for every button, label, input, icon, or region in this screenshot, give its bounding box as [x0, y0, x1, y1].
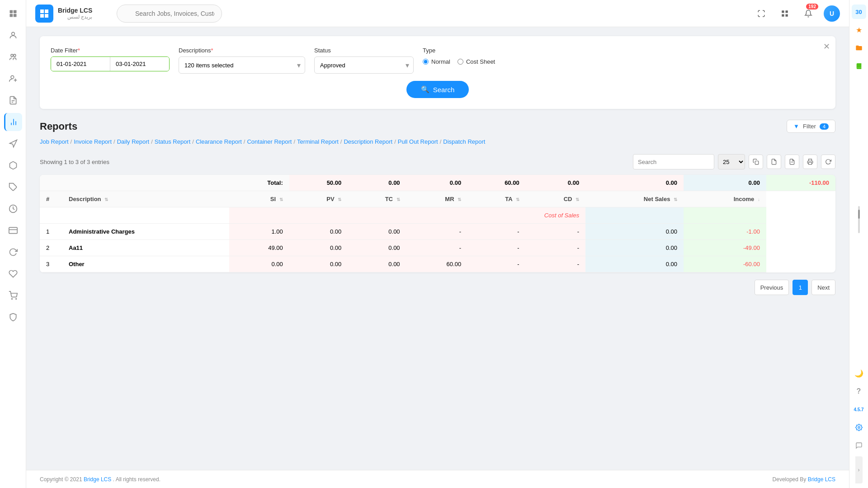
svg-marker-15 — [9, 140, 17, 147]
sidebar-item-users[interactable] — [4, 26, 22, 44]
sidebar-item-add-user[interactable] — [4, 70, 22, 88]
refresh-table-button[interactable] — [821, 155, 835, 169]
col-header-tc[interactable]: TC ⇅ — [348, 191, 406, 207]
sidebar-item-tag[interactable] — [4, 178, 22, 196]
next-page-button[interactable]: Next — [811, 280, 835, 295]
cost-of-sales-label: Cost of Sales — [229, 207, 585, 224]
svg-point-7 — [11, 75, 14, 79]
sidebar-item-refresh[interactable] — [4, 243, 22, 261]
csv-button[interactable] — [767, 155, 781, 169]
row-3-cd: - — [526, 256, 585, 272]
scroll-bar[interactable] — [858, 206, 860, 233]
scrollbar-area — [858, 77, 860, 362]
row-2-cd: - — [526, 240, 585, 256]
breadcrumb-job-report[interactable]: Job Report — [40, 138, 69, 145]
user-avatar[interactable]: U — [824, 5, 840, 22]
row-3-tc: 0.00 — [348, 256, 406, 272]
breadcrumb-status-report[interactable]: Status Report — [155, 138, 191, 145]
sidebar-item-notes[interactable] — [4, 91, 22, 109]
date-from-input[interactable] — [51, 57, 110, 71]
breadcrumb-pull-out-report[interactable]: Pull Out Report — [398, 138, 438, 145]
right-help-icon[interactable]: ? — [852, 384, 866, 399]
sidebar-item-reports[interactable] — [4, 113, 22, 131]
breadcrumb-invoice-report[interactable]: Invoice Report — [74, 138, 112, 145]
right-settings-icon[interactable] — [852, 420, 866, 435]
grid-view-button[interactable] — [777, 5, 793, 22]
sidebar-item-security[interactable] — [4, 308, 22, 326]
notification-button[interactable]: 192 — [800, 5, 816, 22]
row-1-description: Administrative Charges — [62, 224, 229, 240]
page-1-button[interactable]: 1 — [793, 280, 808, 295]
sidebar-item-billing[interactable] — [4, 221, 22, 239]
content-area: ✕ Date Filter* Descriptions* — [26, 27, 849, 470]
right-sidebar-toggle[interactable]: › — [855, 456, 863, 483]
col-header-pv[interactable]: PV ⇅ — [289, 191, 348, 207]
col-header-cd[interactable]: CD ⇅ — [526, 191, 585, 207]
footer-company-link[interactable]: Bridge LCS — [84, 476, 111, 483]
breadcrumb-dispatch-report[interactable]: Dispatch Report — [443, 138, 485, 145]
right-version-text: 4.5.7 — [852, 402, 866, 417]
type-cost-sheet-radio[interactable] — [458, 59, 463, 65]
right-chat-icon[interactable] — [852, 438, 866, 453]
col-header-si[interactable]: SI ⇅ — [229, 191, 289, 207]
row-3-si: 0.00 — [229, 256, 289, 272]
type-label: Type — [423, 47, 495, 54]
sort-icon-pv: ⇅ — [338, 197, 341, 202]
app-title: Bridge LCS — [58, 7, 92, 14]
breadcrumb-container-report[interactable]: Container Report — [247, 138, 292, 145]
status-filter-group: Status Approved — [314, 47, 414, 74]
sidebar-item-dashboard[interactable] — [4, 5, 22, 23]
sidebar-item-plugins[interactable] — [4, 265, 22, 283]
filter-icon: ▼ — [793, 123, 799, 130]
notification-badge: 192 — [806, 4, 818, 9]
row-1-income: -1.00 — [684, 224, 766, 240]
close-filter-button[interactable]: ✕ — [823, 42, 830, 52]
print-button[interactable] — [803, 155, 817, 169]
sidebar-item-box[interactable] — [4, 156, 22, 174]
col-header-description[interactable]: Description ⇅ — [62, 191, 229, 207]
row-3-mr: 60.00 — [406, 256, 468, 272]
breadcrumb-description-report[interactable]: Description Report — [344, 138, 392, 145]
breadcrumb-clearance-report[interactable]: Clearance Report — [196, 138, 242, 145]
col-header-mr[interactable]: MR ⇅ — [406, 191, 468, 207]
search-button[interactable]: 🔍 Search — [406, 81, 469, 98]
type-normal-radio[interactable] — [423, 59, 429, 65]
svg-rect-30 — [755, 161, 759, 164]
sidebar-item-location[interactable] — [4, 135, 22, 153]
global-search-input[interactable] — [117, 5, 222, 23]
table-search-input[interactable] — [633, 154, 714, 169]
footer: Copyright © 2021 Bridge LCS . All rights… — [26, 470, 849, 488]
sidebar-item-clock[interactable] — [4, 200, 22, 218]
svg-point-20 — [11, 299, 12, 300]
filter-badge-button[interactable]: ▼ Filter 4 — [787, 120, 835, 133]
right-star-icon[interactable]: ★ — [852, 23, 866, 37]
sort-icon-cd: ⇅ — [576, 197, 579, 202]
right-moon-icon[interactable]: 🌙 — [852, 366, 866, 380]
breadcrumb-terminal-report[interactable]: Terminal Report — [297, 138, 339, 145]
type-cost-sheet-option[interactable]: Cost Sheet — [458, 58, 495, 65]
footer-dev-link[interactable]: Bridge LCS — [808, 476, 835, 483]
sidebar-item-team[interactable] — [4, 48, 22, 66]
status-select[interactable]: Approved — [314, 56, 414, 74]
right-folder-icon[interactable] — [852, 41, 866, 55]
svg-point-4 — [11, 32, 14, 35]
type-normal-option[interactable]: Normal — [423, 58, 450, 65]
top-header: Bridge LCS بريدج لسس 🔍 192 U — [26, 0, 849, 27]
per-page-select[interactable]: 25 — [718, 154, 745, 169]
date-to-input[interactable] — [110, 57, 169, 71]
right-calendar-icon[interactable]: 30 — [852, 5, 866, 19]
sidebar-item-cart[interactable] — [4, 286, 22, 305]
right-book-icon[interactable] — [852, 59, 866, 73]
breadcrumb-daily-report[interactable]: Daily Report — [117, 138, 150, 145]
sort-icon-tc: ⇅ — [396, 197, 400, 202]
copy-button[interactable] — [749, 155, 763, 169]
fullscreen-button[interactable] — [753, 5, 769, 22]
col-header-ta[interactable]: TA ⇅ — [467, 191, 526, 207]
col-header-netsales[interactable]: Net Sales ⇅ — [585, 191, 684, 207]
excel-button[interactable] — [785, 155, 799, 169]
col-header-income[interactable]: Income ↓ — [684, 191, 766, 207]
descriptions-select[interactable]: 120 items selected — [179, 56, 305, 74]
previous-page-button[interactable]: Previous — [755, 280, 789, 295]
app-subtitle: بريدج لسس — [58, 14, 92, 20]
row-2-netsales: 0.00 — [585, 240, 684, 256]
